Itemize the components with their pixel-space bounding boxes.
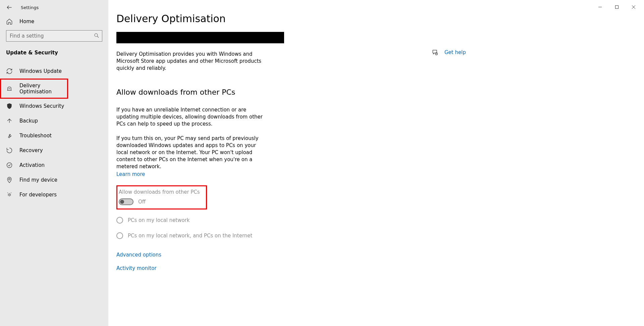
sidebar-item-label: Find my device — [19, 177, 57, 183]
shield-icon — [6, 103, 13, 109]
sidebar-item-backup[interactable]: Backup — [0, 113, 108, 128]
svg-point-2 — [9, 178, 10, 180]
activity-monitor-link[interactable]: Activity monitor — [116, 265, 331, 271]
sidebar-item-windows-security[interactable]: Windows Security — [0, 99, 108, 113]
wrench-icon — [6, 132, 13, 139]
section-paragraph-2: If you turn this on, your PC may send pa… — [116, 135, 267, 170]
sidebar-item-label: Activation — [19, 162, 45, 168]
radio-icon — [116, 217, 123, 224]
sidebar-item-label: Windows Security — [19, 103, 64, 109]
sidebar-home[interactable]: Home — [0, 14, 108, 30]
search-wrap — [6, 30, 102, 42]
advanced-options-link[interactable]: Advanced options — [116, 252, 331, 258]
get-help-link[interactable]: Get help — [444, 49, 466, 55]
redacted-banner — [116, 32, 284, 43]
toggle-label: Allow downloads from other PCs — [119, 189, 203, 195]
sidebar-item-label: Delivery Optimisation — [19, 83, 62, 95]
sidebar-item-label: Backup — [19, 118, 38, 124]
sidebar-item-delivery-optimisation[interactable]: Delivery Optimisation — [0, 79, 68, 99]
toggle-allow-downloads: Allow downloads from other PCs Off — [116, 185, 207, 209]
search-input[interactable] — [6, 30, 102, 42]
delivery-icon — [6, 85, 13, 92]
radio-local-and-internet[interactable]: PCs on my local network, and PCs on the … — [116, 232, 331, 239]
toggle-state: Off — [138, 199, 146, 205]
sidebar-item-for-developers[interactable]: For developers — [0, 187, 108, 202]
main-content: Delivery Optimisation Delivery Optimisat… — [108, 0, 644, 326]
radio-icon — [116, 232, 123, 239]
check-circle-icon — [6, 162, 13, 169]
sidebar-item-find-my-device[interactable]: Find my device — [0, 173, 108, 187]
help-icon — [432, 49, 438, 56]
radio-label: PCs on my local network, and PCs on the … — [128, 233, 252, 239]
section-paragraph-1: If you have an unreliable Internet conne… — [116, 106, 267, 128]
radio-label: PCs on my local network — [128, 217, 190, 223]
recovery-icon — [6, 147, 13, 154]
radio-local-network[interactable]: PCs on my local network — [116, 217, 331, 224]
close-button[interactable] — [625, 1, 642, 13]
sidebar-item-label: For developers — [19, 192, 57, 198]
back-icon[interactable] — [6, 4, 13, 11]
sync-icon — [6, 68, 13, 75]
sidebar-home-label: Home — [19, 18, 34, 25]
sidebar-item-label: Troubleshoot — [19, 133, 52, 139]
location-icon — [6, 177, 13, 183]
home-icon — [6, 18, 13, 25]
sidebar-item-windows-update[interactable]: Windows Update — [0, 64, 108, 79]
minimize-button[interactable] — [592, 1, 608, 13]
backup-icon — [6, 118, 13, 124]
learn-more-link[interactable]: Learn more — [116, 171, 145, 177]
svg-point-1 — [7, 163, 12, 168]
section-heading: Allow downloads from other PCs — [116, 88, 331, 96]
sidebar-section-header: Update & Security — [0, 48, 108, 59]
window-title: Settings — [21, 5, 39, 10]
sidebar: Settings Home Update & Security Windows … — [0, 0, 108, 326]
maximize-button[interactable] — [608, 1, 625, 13]
developer-icon — [6, 191, 13, 198]
svg-rect-4 — [615, 6, 619, 9]
page-title: Delivery Optimisation — [116, 13, 331, 25]
sidebar-item-activation[interactable]: Activation — [0, 158, 108, 173]
sidebar-item-label: Recovery — [19, 147, 43, 153]
sidebar-item-troubleshoot[interactable]: Troubleshoot — [0, 128, 108, 143]
sidebar-item-label: Windows Update — [19, 68, 62, 74]
sidebar-item-recovery[interactable]: Recovery — [0, 143, 108, 158]
toggle-switch[interactable] — [119, 198, 133, 205]
page-description: Delivery Optimisation provides you with … — [116, 51, 264, 72]
